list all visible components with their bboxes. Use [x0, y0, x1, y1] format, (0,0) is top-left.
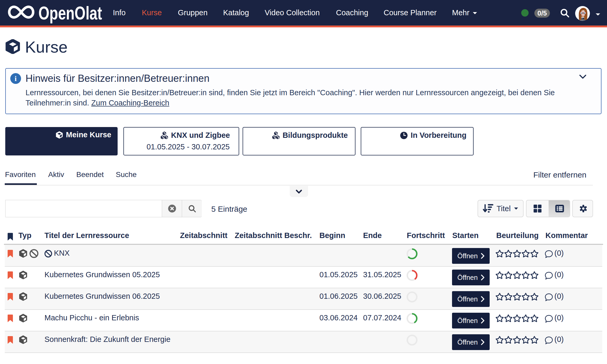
svg-text:i: i — [15, 74, 17, 83]
